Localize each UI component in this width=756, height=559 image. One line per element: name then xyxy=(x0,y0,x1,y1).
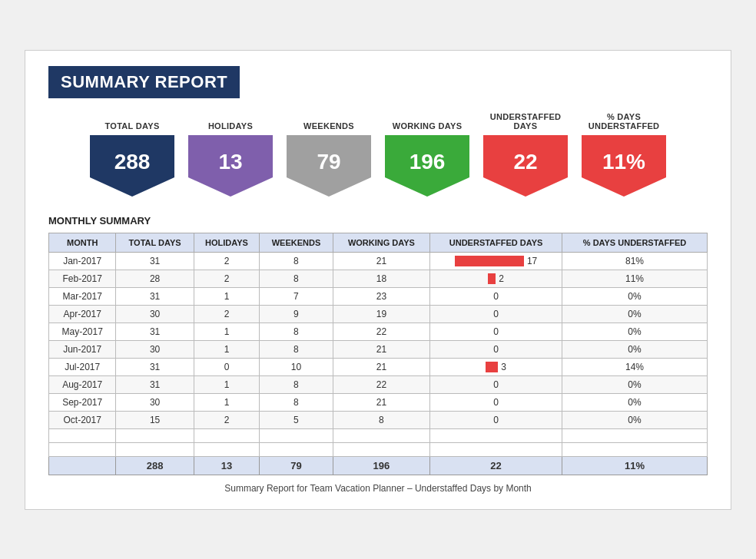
table-row: May-201731182200% xyxy=(49,322,708,340)
table-row: Sep-201730182100% xyxy=(49,393,708,411)
cell-0-1: 31 xyxy=(116,252,194,270)
cell-pct-3: 0% xyxy=(562,305,708,322)
summary-table: MONTHTOTAL DAYSHOLIDAYSWEEKENDSWORKING D… xyxy=(48,233,708,475)
cell-6-0: Jul-2017 xyxy=(49,358,116,375)
cell-3-1: 30 xyxy=(116,305,194,322)
cell-3-0: Apr-2017 xyxy=(49,305,116,322)
table-header-5: UNDERSTAFFED DAYS xyxy=(430,233,562,252)
cell-0-2: 2 xyxy=(194,252,259,270)
cell-9-2: 2 xyxy=(194,411,259,428)
cell-4-1: 31 xyxy=(116,322,194,340)
badge-shape-working-days: 196 xyxy=(385,135,469,197)
cell-understaffed-0: 17 xyxy=(430,252,562,270)
cell-understaffed-6: 3 xyxy=(430,358,562,375)
cell-understaffed-4: 0 xyxy=(430,322,562,340)
cell-3-2: 2 xyxy=(194,305,259,322)
table-header-6: % DAYS UNDERSTAFFED xyxy=(562,233,708,252)
cell-4-4: 22 xyxy=(333,322,429,340)
badge-shape-holidays: 13 xyxy=(188,135,273,197)
empty-cell-1-5 xyxy=(430,442,562,456)
cell-3-3: 9 xyxy=(260,305,333,322)
badge-weekends: WEEKENDS79 xyxy=(287,121,371,197)
cell-1-4: 18 xyxy=(333,270,429,287)
footer-text: Summary Report for Team Vacation Planner… xyxy=(48,483,708,494)
cell-8-1: 30 xyxy=(116,393,194,411)
table-total-row: 28813791962211% xyxy=(49,456,708,475)
cell-7-3: 8 xyxy=(260,375,333,393)
empty-cell-0-2 xyxy=(194,428,259,442)
badge-shape-total-days: 288 xyxy=(90,135,174,197)
badge-value-pct-understaffed: 11% xyxy=(602,151,645,180)
total-cell-1: 288 xyxy=(116,456,194,475)
empty-cell-0-5 xyxy=(430,428,562,442)
badge-value-holidays: 13 xyxy=(218,151,242,180)
cell-8-2: 1 xyxy=(194,393,259,411)
cell-4-3: 8 xyxy=(260,322,333,340)
cell-8-4: 21 xyxy=(333,393,429,411)
cell-6-3: 10 xyxy=(260,358,333,375)
cell-1-2: 2 xyxy=(194,270,259,287)
cell-understaffed-8: 0 xyxy=(430,393,562,411)
badge-label-understaffed-days: UNDERSTAFFED DAYS xyxy=(483,112,568,131)
table-row: Jan-20173128211781% xyxy=(49,252,708,270)
badge-value-working-days: 196 xyxy=(410,151,446,180)
empty-cell-0-0 xyxy=(49,428,116,442)
badge-shape-understaffed-days: 22 xyxy=(483,135,568,197)
cell-3-4: 19 xyxy=(333,305,429,322)
cell-pct-8: 0% xyxy=(562,393,708,411)
report-title: SUMMARY REPORT xyxy=(48,66,240,98)
cell-5-1: 30 xyxy=(116,340,194,358)
table-header-1: TOTAL DAYS xyxy=(116,233,194,252)
cell-understaffed-5: 0 xyxy=(430,340,562,358)
cell-understaffed-7: 0 xyxy=(430,375,562,393)
total-cell-3: 79 xyxy=(260,456,333,475)
total-cell-6: 11% xyxy=(562,456,708,475)
table-header-3: WEEKENDS xyxy=(260,233,333,252)
cell-understaffed-1: 2 xyxy=(430,270,562,287)
cell-2-2: 1 xyxy=(194,287,259,305)
monthly-summary-title: MONTHLY SUMMARY xyxy=(48,215,708,227)
cell-9-3: 5 xyxy=(260,411,333,428)
cell-2-3: 7 xyxy=(260,287,333,305)
badge-working-days: WORKING DAYS196 xyxy=(385,121,469,197)
total-cell-0 xyxy=(49,456,116,475)
cell-7-1: 31 xyxy=(116,375,194,393)
badge-label-holidays: HOLIDAYS xyxy=(208,121,253,131)
total-cell-4: 196 xyxy=(333,456,429,475)
table-row: Apr-201730291900% xyxy=(49,305,708,322)
empty-cell-1-1 xyxy=(116,442,194,456)
cell-6-1: 31 xyxy=(116,358,194,375)
badges-row: TOTAL DAYS288HOLIDAYS13WEEKENDS79WORKING… xyxy=(48,112,708,197)
cell-9-0: Oct-2017 xyxy=(49,411,116,428)
badge-value-weekends: 79 xyxy=(317,151,340,180)
cell-1-1: 28 xyxy=(116,270,194,287)
cell-pct-1: 11% xyxy=(562,270,708,287)
badge-total-days: TOTAL DAYS288 xyxy=(90,121,174,197)
cell-5-2: 1 xyxy=(194,340,259,358)
badge-label-working-days: WORKING DAYS xyxy=(393,121,463,131)
cell-pct-7: 0% xyxy=(562,375,708,393)
empty-cell-0-1 xyxy=(116,428,194,442)
table-row: Feb-2017282818211% xyxy=(49,270,708,287)
report-container: SUMMARY REPORT TOTAL DAYS288HOLIDAYS13WE… xyxy=(25,50,731,510)
empty-cell-0-3 xyxy=(260,428,333,442)
badge-value-total-days: 288 xyxy=(114,151,151,180)
cell-pct-6: 14% xyxy=(562,358,708,375)
cell-pct-2: 0% xyxy=(562,287,708,305)
table-row: Jun-201730182100% xyxy=(49,340,708,358)
cell-understaffed-9: 0 xyxy=(430,411,562,428)
empty-cell-1-3 xyxy=(260,442,333,456)
table-row: Jul-20173101021314% xyxy=(49,358,708,375)
table-body: Jan-20173128211781%Feb-2017282818211%Mar… xyxy=(49,252,708,475)
cell-8-0: Sep-2017 xyxy=(49,393,116,411)
badge-value-understaffed-days: 22 xyxy=(513,151,537,180)
table-empty-row xyxy=(49,442,708,456)
table-row: Oct-20171525800% xyxy=(49,411,708,428)
empty-cell-1-0 xyxy=(49,442,116,456)
empty-cell-1-4 xyxy=(333,442,429,456)
cell-7-0: Aug-2017 xyxy=(49,375,116,393)
table-header-row: MONTHTOTAL DAYSHOLIDAYSWEEKENDSWORKING D… xyxy=(49,233,708,252)
table-header-2: HOLIDAYS xyxy=(194,233,259,252)
cell-2-1: 31 xyxy=(116,287,194,305)
cell-9-1: 15 xyxy=(116,411,194,428)
